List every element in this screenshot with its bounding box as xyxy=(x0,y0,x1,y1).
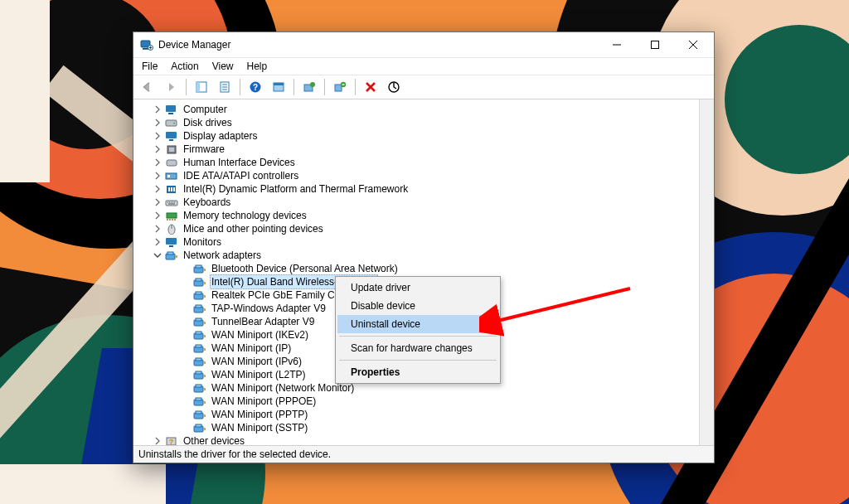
tree-device[interactable]: WAN Miniport (SSTP) xyxy=(133,421,699,434)
menu-action[interactable]: Action xyxy=(164,59,205,74)
svg-rect-3 xyxy=(652,41,659,49)
tree-label: Display adapters xyxy=(182,129,259,143)
expand-toggle[interactable] xyxy=(152,250,163,261)
tree-category[interactable]: Display adapters xyxy=(133,129,699,143)
svg-rect-65 xyxy=(203,375,206,377)
expand-toggle[interactable] xyxy=(152,223,163,235)
update-driver-button[interactable] xyxy=(298,76,320,98)
svg-rect-32 xyxy=(167,213,177,218)
tree-label: WAN Miniport (IKEv2) xyxy=(210,328,310,342)
svg-rect-67 xyxy=(196,385,201,387)
nic-icon xyxy=(193,262,206,275)
tree-label: WAN Miniport (IP) xyxy=(210,342,293,355)
expand-toggle[interactable] xyxy=(152,210,163,221)
context-menu-item[interactable]: Disable device xyxy=(337,297,498,315)
disable-button[interactable] xyxy=(360,76,381,98)
context-menu-item[interactable]: Scan for hardware changes xyxy=(337,339,498,357)
nic-icon xyxy=(193,355,206,368)
tree-label: WAN Miniport (PPPOE) xyxy=(210,395,318,408)
context-menu-item[interactable]: Uninstall device xyxy=(337,315,498,333)
tree-category[interactable]: Disk drives xyxy=(133,116,699,129)
expand-toggle[interactable] xyxy=(152,130,163,142)
svg-rect-37 xyxy=(167,252,173,254)
svg-rect-71 xyxy=(203,401,206,404)
menu-view[interactable]: View xyxy=(206,59,240,74)
svg-rect-23 xyxy=(169,148,174,152)
nic-icon xyxy=(193,368,206,381)
menu-help[interactable]: Help xyxy=(240,59,274,74)
tree-device[interactable]: WAN Miniport (PPPOE) xyxy=(133,395,699,408)
menu-file[interactable]: File xyxy=(135,59,164,74)
svg-rect-16 xyxy=(166,105,176,112)
nic-icon xyxy=(193,421,206,434)
tree-category[interactable]: Network adapters xyxy=(133,249,699,262)
tree-category[interactable]: Mice and other pointing devices xyxy=(133,222,699,235)
svg-rect-55 xyxy=(196,332,201,334)
expand-toggle[interactable] xyxy=(152,196,163,208)
svg-rect-52 xyxy=(196,318,201,321)
svg-rect-13 xyxy=(335,85,342,91)
toggle-pane-button[interactable] xyxy=(268,76,289,98)
help-button[interactable]: ? xyxy=(245,76,266,98)
context-menu-item[interactable]: Properties xyxy=(337,363,498,381)
svg-rect-21 xyxy=(169,139,173,141)
show-hidden-button[interactable] xyxy=(191,76,212,98)
tree-label: Memory technology devices xyxy=(182,209,308,222)
svg-rect-24 xyxy=(167,160,177,166)
tree-label: TunnelBear Adapter V9 xyxy=(210,315,316,328)
tree-category[interactable]: Keyboards xyxy=(133,196,699,209)
tree-pane: ComputerDisk drivesDisplay adaptersFirmw… xyxy=(133,99,714,446)
device-tree[interactable]: ComputerDisk drivesDisplay adaptersFirmw… xyxy=(133,99,699,445)
svg-rect-56 xyxy=(203,335,206,337)
svg-rect-41 xyxy=(203,269,206,271)
expand-toggle[interactable] xyxy=(152,435,163,445)
minimize-button[interactable] xyxy=(598,32,636,57)
svg-rect-43 xyxy=(196,279,201,281)
tree-category[interactable]: IDE ATA/ATAPI controllers xyxy=(133,169,699,182)
expand-toggle[interactable] xyxy=(152,183,163,195)
tree-category[interactable]: Memory technology devices xyxy=(133,209,699,222)
display-icon xyxy=(165,129,178,143)
tree-category[interactable]: Monitors xyxy=(133,235,699,249)
expand-toggle[interactable] xyxy=(152,236,163,248)
expand-toggle[interactable] xyxy=(152,104,163,115)
properties-button[interactable] xyxy=(214,76,235,98)
titlebar[interactable]: Device Manager xyxy=(133,32,714,58)
svg-rect-17 xyxy=(168,113,173,114)
tree-category[interactable]: Computer xyxy=(133,103,699,116)
context-menu-item[interactable]: Update driver xyxy=(337,279,498,297)
uninstall-button[interactable] xyxy=(329,76,351,98)
expand-toggle[interactable] xyxy=(152,157,163,168)
svg-rect-64 xyxy=(196,371,201,374)
svg-rect-47 xyxy=(203,295,206,298)
toolbar: ? xyxy=(133,75,714,99)
svg-rect-34 xyxy=(166,238,177,245)
expand-toggle[interactable] xyxy=(152,143,163,155)
nic-icon xyxy=(193,328,206,342)
tree-device[interactable]: Bluetooth Device (Personal Area Network) xyxy=(133,262,699,275)
tree-category[interactable]: Intel(R) Dynamic Platform and Thermal Fr… xyxy=(133,182,699,196)
tree-category[interactable]: Human Interface Devices xyxy=(133,156,699,169)
tree-label: Mice and other pointing devices xyxy=(182,222,325,235)
tree-category[interactable]: ?Other devices xyxy=(133,434,699,445)
expand-toggle[interactable] xyxy=(152,117,163,128)
maximize-button[interactable] xyxy=(636,32,674,57)
scan-button[interactable] xyxy=(383,76,405,98)
svg-rect-49 xyxy=(196,305,201,308)
tree-label: WAN Miniport (PPTP) xyxy=(210,408,309,421)
svg-rect-50 xyxy=(203,308,206,311)
tree-label: Bluetooth Device (Personal Area Network) xyxy=(210,262,400,275)
tree-category[interactable]: Firmware xyxy=(133,143,699,156)
svg-text:?: ? xyxy=(169,438,174,446)
svg-rect-5 xyxy=(196,82,200,92)
vertical-scrollbar[interactable] xyxy=(699,99,714,445)
tree-label: Network adapters xyxy=(182,249,263,262)
tree-label: WAN Miniport (L2TP) xyxy=(210,368,308,381)
expand-toggle[interactable] xyxy=(152,170,163,182)
close-button[interactable] xyxy=(674,32,712,57)
device-manager-window: Device Manager File Action View Help ? xyxy=(133,32,715,463)
svg-rect-28 xyxy=(168,187,170,191)
tree-label: Keyboards xyxy=(182,196,232,209)
tree-label: Firmware xyxy=(182,143,226,156)
tree-device[interactable]: WAN Miniport (PPTP) xyxy=(133,408,699,421)
